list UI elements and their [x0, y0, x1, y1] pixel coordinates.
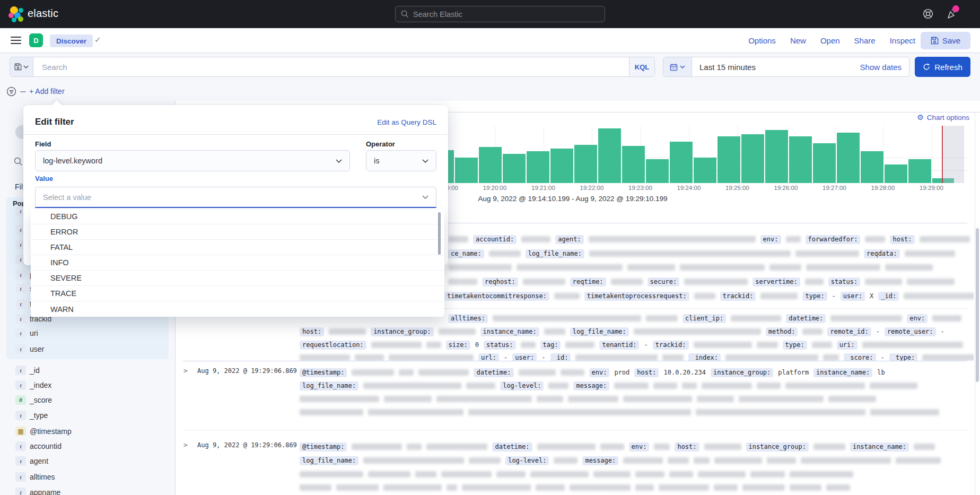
- field-name-badge[interactable]: host:: [890, 235, 914, 244]
- toolbar-link-options[interactable]: Options: [748, 36, 776, 45]
- toolbar-link-share[interactable]: Share: [854, 36, 876, 45]
- histogram-bar[interactable]: [646, 159, 669, 183]
- field-name-badge[interactable]: alltimes:: [448, 314, 488, 323]
- field-name-badge[interactable]: ce_name:: [448, 249, 484, 258]
- field-name-badge[interactable]: host:: [300, 327, 324, 336]
- main-scrollbar-thumb[interactable]: [976, 228, 979, 382]
- field-name-badge[interactable]: instance_group:: [711, 368, 773, 377]
- field-name-badge[interactable]: servertime:: [752, 277, 800, 286]
- field-name-badge[interactable]: accountid:: [473, 235, 517, 244]
- field-name-badge[interactable]: log-level:: [505, 456, 549, 465]
- space-avatar[interactable]: D: [29, 33, 43, 47]
- field-name-badge[interactable]: datetime:: [474, 368, 513, 377]
- field-name-badge[interactable]: instance_name:: [850, 442, 909, 451]
- field-name-badge[interactable]: log_file_name:: [526, 249, 584, 258]
- field-name-badge[interactable]: timetakentocommitresponse:: [444, 292, 549, 301]
- histogram-bar[interactable]: [598, 128, 621, 183]
- kql-button[interactable]: KQL: [629, 57, 654, 76]
- histogram-bar[interactable]: [527, 151, 549, 183]
- help-icon[interactable]: [922, 7, 934, 20]
- menu-icon[interactable]: [11, 37, 21, 45]
- field-name-badge[interactable]: @timestamp:: [300, 442, 347, 451]
- field-name-badge[interactable]: remote_user:: [885, 327, 936, 336]
- save-button[interactable]: Save: [921, 32, 970, 49]
- histogram-bar[interactable]: [885, 164, 907, 183]
- toolbar-link-inspect[interactable]: Inspect: [890, 36, 915, 45]
- histogram-bar[interactable]: [622, 146, 645, 183]
- histogram-bar[interactable]: [741, 134, 764, 183]
- histogram-bar[interactable]: [503, 154, 526, 183]
- histogram-bar[interactable]: [789, 136, 812, 183]
- add-filter-button[interactable]: + Add filter: [29, 87, 65, 95]
- field-name-badge[interactable]: trackid:: [720, 292, 756, 301]
- field-name-badge[interactable]: log-level:: [500, 381, 544, 390]
- dropdown-scrollbar-thumb[interactable]: [438, 212, 441, 255]
- value-option-info[interactable]: INFO: [31, 255, 444, 271]
- histogram-bar[interactable]: [574, 145, 597, 183]
- field-name-badge[interactable]: uri:: [837, 341, 858, 350]
- field-name-badge[interactable]: size:: [446, 341, 470, 350]
- field-name-badge[interactable]: trackid:: [653, 341, 689, 350]
- field-name-badge[interactable]: message:: [573, 381, 609, 390]
- value-option-severe[interactable]: SEVERE: [31, 271, 444, 286]
- field-name-badge[interactable]: url:: [478, 353, 499, 361]
- field-name-badge[interactable]: requestlocation:: [300, 341, 366, 350]
- histogram-bar[interactable]: [670, 142, 693, 183]
- elastic-logo[interactable]: [8, 6, 24, 22]
- global-search[interactable]: [395, 6, 605, 22]
- field-name-badge[interactable]: _index:: [688, 353, 721, 361]
- field-name-badge[interactable]: reqhost:: [482, 277, 518, 286]
- field-select[interactable]: log-level.keyword: [35, 150, 350, 171]
- field-name-badge[interactable]: type:: [783, 341, 807, 350]
- value-option-debug[interactable]: DEBUG: [31, 209, 444, 224]
- histogram-bar[interactable]: [765, 130, 788, 183]
- date-picker-menu-button[interactable]: [663, 57, 692, 76]
- field-name-badge[interactable]: datetime:: [786, 314, 826, 323]
- time-range[interactable]: Last 15 minutes: [692, 63, 860, 72]
- histogram-bar[interactable]: [908, 159, 931, 183]
- field-name-badge[interactable]: _type:: [889, 353, 917, 361]
- field-name-badge[interactable]: remote_id:: [827, 327, 871, 336]
- field-name-badge[interactable]: instance_group:: [371, 327, 433, 336]
- field-name-badge[interactable]: forwardedfor:: [806, 235, 861, 244]
- field-name-badge[interactable]: env:: [589, 368, 610, 377]
- field-name-badge[interactable]: instance_name:: [813, 368, 872, 377]
- expand-row-icon[interactable]: >: [183, 441, 188, 449]
- histogram-bar[interactable]: [550, 149, 573, 183]
- field-name-badge[interactable]: @timestamp:: [300, 368, 347, 377]
- field-name-badge[interactable]: client_ip:: [682, 314, 726, 323]
- field-name-badge[interactable]: host:: [675, 442, 699, 451]
- field-name-badge[interactable]: method:: [766, 327, 798, 336]
- field-name-badge[interactable]: user:: [512, 353, 537, 361]
- field-name-badge[interactable]: tag:: [540, 341, 561, 350]
- toolbar-link-new[interactable]: New: [790, 36, 806, 45]
- field-name-badge[interactable]: instance_group:: [746, 442, 809, 451]
- query-input[interactable]: [33, 57, 629, 76]
- histogram-bar[interactable]: [813, 143, 836, 183]
- field-name-badge[interactable]: reqtime:: [570, 277, 606, 286]
- global-search-input[interactable]: [413, 10, 583, 19]
- sidebar-search-icon[interactable]: [14, 157, 23, 168]
- histogram-bar[interactable]: [718, 136, 740, 183]
- field-name-badge[interactable]: host:: [634, 368, 659, 377]
- field-name-badge[interactable]: _score:: [844, 353, 876, 361]
- field-name-badge[interactable]: instance_name:: [480, 327, 539, 336]
- field-name-badge[interactable]: log_file_name:: [300, 381, 358, 390]
- histogram-bar[interactable]: [479, 147, 502, 183]
- breadcrumb[interactable]: Discover: [50, 34, 93, 47]
- histogram-bar[interactable]: [455, 158, 478, 183]
- histogram-bar[interactable]: [837, 133, 860, 183]
- field-name-badge[interactable]: tenantid:: [599, 341, 639, 350]
- toolbar-link-open[interactable]: Open: [820, 36, 840, 45]
- filter-menu-icon[interactable]: [6, 86, 16, 99]
- value-option-fatal[interactable]: FATAL: [31, 240, 444, 255]
- field-name-badge[interactable]: _id:: [878, 292, 899, 301]
- field-name-badge[interactable]: env:: [907, 314, 928, 323]
- show-dates-button[interactable]: Show dates: [860, 63, 909, 72]
- value-option-warn[interactable]: WARN: [31, 301, 444, 317]
- operator-select[interactable]: is: [366, 150, 436, 171]
- field-name-badge[interactable]: datetime:: [492, 442, 532, 451]
- field-name-badge[interactable]: reqdata:: [864, 249, 900, 258]
- field-name-badge[interactable]: log_file_name:: [570, 327, 629, 336]
- field-name-badge[interactable]: type:: [802, 292, 827, 301]
